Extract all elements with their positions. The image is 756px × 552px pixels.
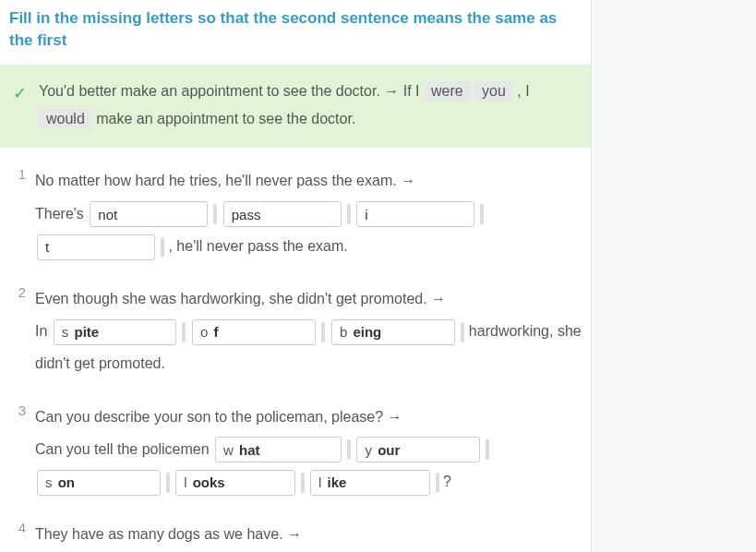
question-number: 2 (9, 282, 35, 380)
handle-icon (347, 204, 351, 224)
question-number: 4 (9, 518, 35, 552)
prefix-letter: l (311, 467, 328, 498)
answer-input[interactable] (353, 321, 454, 343)
example-text: If I (399, 83, 424, 99)
question-item: 4 They have as many dogs as we have. → T… (9, 518, 582, 552)
answer-field[interactable] (223, 201, 342, 227)
arrow-icon: → (384, 83, 399, 99)
answer-field[interactable]: y (356, 437, 480, 462)
handle-icon (461, 322, 464, 342)
answer-field[interactable]: l (310, 470, 430, 496)
answer-field[interactable]: s (54, 319, 177, 345)
answer-input[interactable] (38, 236, 154, 258)
answer-input[interactable] (357, 203, 474, 225)
question-text: There's (35, 206, 88, 222)
question-item: 2 Even though she was hardworking, she d… (9, 282, 582, 380)
prefix-letter: b (332, 317, 354, 347)
handle-icon (301, 473, 305, 493)
handle-icon (486, 439, 489, 460)
example-text: , I (513, 83, 530, 99)
question-text: Even though she was hardworking, she did… (35, 291, 431, 306)
arrow-icon: → (388, 409, 402, 425)
question-body: Even though she was hardworking, she did… (35, 282, 582, 380)
question-number: 3 (9, 401, 35, 498)
example-block: ✓ You'd better make an appointment to se… (0, 65, 591, 149)
answer-field[interactable]: l (175, 470, 295, 496)
question-text: They have as many dogs as we have. (35, 526, 287, 542)
prefix-letter: l (176, 467, 193, 498)
example-blank: would (39, 109, 92, 128)
answer-field[interactable]: b (331, 319, 456, 345)
answer-input[interactable] (328, 472, 429, 494)
question-number: 1 (9, 164, 35, 262)
answer-input[interactable] (378, 438, 479, 461)
answer-input[interactable] (224, 203, 341, 225)
answer-field[interactable] (90, 201, 208, 227)
handle-icon (347, 439, 351, 460)
example-blank: were (424, 81, 471, 101)
handle-icon (213, 204, 217, 224)
answer-field[interactable]: s (37, 470, 161, 496)
example-text: You'd better make an appointment to see … (39, 83, 384, 99)
main-column: Fill in the missing letters so that the … (0, 0, 591, 552)
prefix-letter: y (357, 435, 378, 465)
question-text: Can you describe your son to the policem… (35, 409, 388, 425)
question-list: 1 No matter how hard he tries, he'll nev… (0, 148, 591, 552)
question-text: , he'll never pass the exam. (168, 238, 347, 254)
answer-field[interactable]: o (192, 319, 317, 345)
handle-icon (161, 237, 164, 258)
answer-field[interactable] (356, 201, 474, 227)
example-blank: you (474, 81, 513, 101)
prefix-letter: s (38, 467, 58, 498)
handle-icon (436, 473, 439, 493)
question-item: 1 No matter how hard he tries, he'll nev… (9, 164, 582, 262)
prefix-letter: w (216, 435, 239, 465)
question-body: No matter how hard he tries, he'll never… (35, 164, 582, 262)
answer-input[interactable] (90, 203, 207, 225)
answer-input[interactable] (74, 321, 175, 343)
question-text: Can you tell the policemen (35, 441, 213, 457)
instructions-heading: Fill in the missing letters so that the … (0, 0, 591, 65)
question-item: 3 Can you describe your son to the polic… (9, 401, 582, 498)
arrow-icon: → (287, 526, 302, 542)
handle-icon (166, 473, 170, 493)
question-text: ? (443, 474, 451, 489)
prefix-letter: o (193, 317, 214, 347)
question-text: No matter how hard he tries, he'll never… (35, 173, 401, 188)
prefix-letter: s (54, 317, 75, 347)
handle-icon (321, 322, 325, 342)
answer-input[interactable] (239, 438, 341, 461)
answer-input[interactable] (213, 321, 315, 343)
handle-icon (182, 322, 186, 342)
side-panel (591, 0, 756, 552)
answer-field[interactable] (37, 234, 155, 260)
question-body: Can you describe your son to the policem… (35, 401, 582, 498)
answer-input[interactable] (58, 472, 160, 494)
example-text: make an appointment to see the doctor. (92, 111, 356, 126)
answer-field[interactable]: w (215, 437, 342, 462)
answer-input[interactable] (193, 472, 294, 494)
arrow-icon: → (401, 173, 415, 188)
check-icon: ✓ (13, 78, 27, 109)
question-body: They have as many dogs as we have. → The… (35, 518, 582, 552)
arrow-icon: → (431, 291, 446, 306)
question-text: In (35, 323, 52, 339)
handle-icon (480, 204, 484, 224)
